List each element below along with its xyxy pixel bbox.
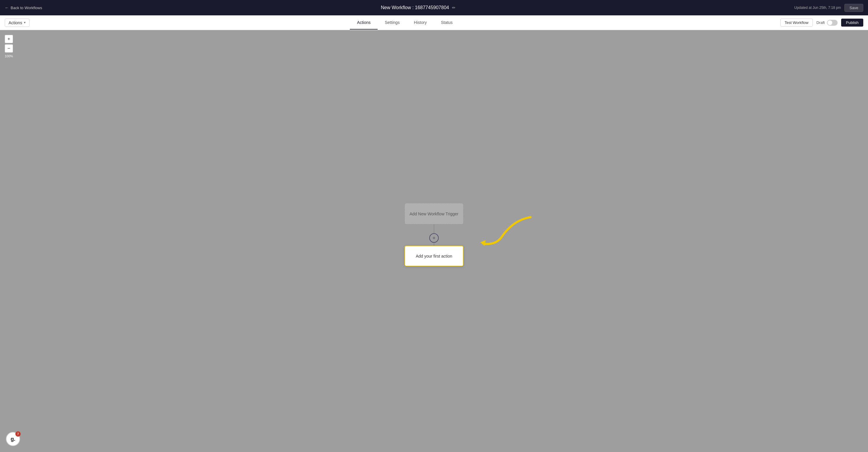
zoom-level: 100%: [5, 54, 13, 58]
workflow-title: New Workflow : 1687745907804: [381, 5, 449, 10]
zoom-controls: + − 100%: [5, 35, 13, 58]
back-arrow-icon: ←: [5, 5, 9, 10]
publish-button[interactable]: Publish: [841, 19, 863, 27]
nav-center: New Workflow : 1687745907804 ✏: [42, 5, 795, 10]
zoom-out-button[interactable]: −: [5, 44, 13, 53]
toolbar-right: Test Workflow Draft Publish: [780, 19, 863, 27]
save-button[interactable]: Save: [844, 4, 863, 12]
back-to-workflows[interactable]: ← Back to Workflows: [5, 5, 42, 10]
badge-label: g.: [11, 436, 16, 442]
notification-badge[interactable]: g. 7: [6, 432, 20, 446]
draft-toggle-group: Draft: [816, 20, 838, 26]
tab-status[interactable]: Status: [434, 16, 460, 30]
draft-toggle[interactable]: [827, 20, 838, 26]
top-nav: ← Back to Workflows New Workflow : 16877…: [0, 0, 868, 16]
chevron-down-icon: ▾: [24, 21, 26, 25]
zoom-in-button[interactable]: +: [5, 35, 13, 43]
badge-count: 7: [16, 431, 21, 436]
trigger-node-label: Add New Workflow Trigger: [409, 212, 458, 216]
actions-dropdown-label: Actions: [8, 20, 22, 25]
actions-dropdown[interactable]: Actions ▾: [5, 19, 30, 27]
edit-icon[interactable]: ✏: [452, 5, 456, 10]
test-workflow-button[interactable]: Test Workflow: [780, 19, 813, 27]
tab-actions[interactable]: Actions: [350, 16, 378, 30]
nav-right: Updated at Jun 25th, 7:18 pm Save: [794, 4, 863, 12]
toolbar: Actions ▾ Actions Settings History Statu…: [0, 16, 868, 30]
workflow-canvas: + − 100% Add New Workflow Trigger + Add …: [0, 30, 868, 452]
tabs-container: Actions Settings History Status: [30, 16, 780, 30]
draft-label: Draft: [816, 20, 825, 25]
updated-text: Updated at Jun 25th, 7:18 pm: [794, 6, 841, 10]
first-action-label: Add your first action: [416, 254, 452, 259]
add-action-circle[interactable]: +: [429, 233, 439, 243]
trigger-node[interactable]: Add New Workflow Trigger: [404, 203, 464, 224]
svg-marker-0: [480, 240, 486, 246]
tab-settings[interactable]: Settings: [378, 16, 407, 30]
connector-line-2: [434, 243, 434, 246]
tab-history[interactable]: History: [407, 16, 434, 30]
back-label: Back to Workflows: [11, 6, 42, 10]
first-action-node[interactable]: Add your first action: [404, 246, 464, 267]
arrow-annotation: [477, 214, 536, 251]
connector-line-1: [434, 224, 434, 233]
workflow-area: Add New Workflow Trigger + Add your firs…: [404, 203, 464, 267]
